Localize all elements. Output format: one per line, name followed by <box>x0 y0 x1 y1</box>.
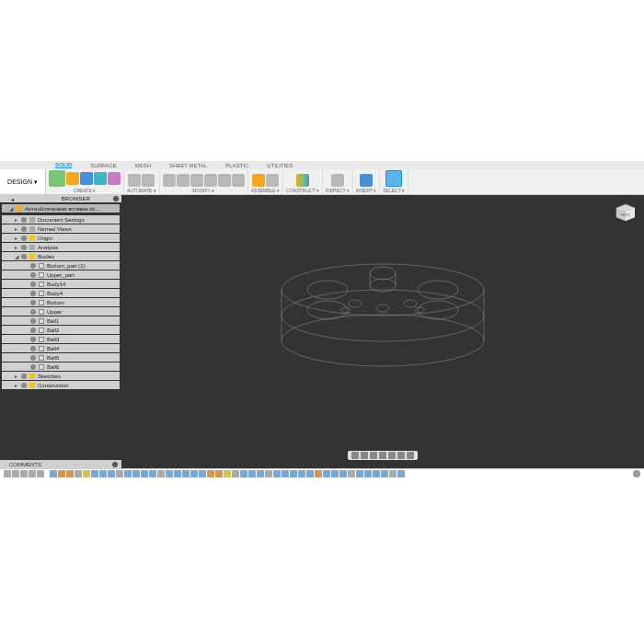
measure-icon[interactable] <box>331 174 344 187</box>
browser-root-node[interactable]: ◢Антиоблачковая вставка ис... <box>2 204 120 213</box>
display-icon[interactable] <box>388 452 396 459</box>
move-icon[interactable] <box>232 174 245 187</box>
browser-item[interactable]: Upper <box>2 307 120 316</box>
tab-utilities[interactable]: UTILITIES <box>267 163 293 168</box>
shell-icon[interactable] <box>190 174 203 187</box>
timeline-feature[interactable] <box>356 470 363 477</box>
timeline-end-icon[interactable] <box>37 470 44 477</box>
tab-surface[interactable]: SURFACE <box>90 163 116 168</box>
automate-icon[interactable] <box>128 174 141 187</box>
insert-icon[interactable] <box>360 174 373 187</box>
timeline-feature[interactable] <box>389 470 397 477</box>
timeline-feature[interactable] <box>364 470 372 477</box>
timeline-feature[interactable] <box>373 470 380 477</box>
timeline-feature[interactable] <box>339 470 347 477</box>
timeline-next-icon[interactable] <box>29 470 36 477</box>
chamfer-icon[interactable] <box>177 174 190 187</box>
browser-item[interactable]: ▸Construction <box>2 381 120 389</box>
timeline-feature[interactable] <box>290 470 297 477</box>
timeline-feature[interactable] <box>323 470 330 477</box>
combine-icon[interactable] <box>218 174 231 187</box>
timeline-feature[interactable] <box>157 470 165 477</box>
joint-icon[interactable] <box>252 174 265 187</box>
as-built-icon[interactable] <box>266 174 279 187</box>
panel-dot-icon[interactable] <box>112 462 118 467</box>
browser-item[interactable]: Upper_part <box>2 270 120 279</box>
timeline-feature[interactable] <box>207 470 214 477</box>
extrude-icon[interactable] <box>66 172 79 185</box>
zoom-icon[interactable] <box>370 452 377 459</box>
loft-icon[interactable] <box>108 172 121 185</box>
timeline-feature[interactable] <box>50 470 57 477</box>
browser-item[interactable]: Bottom_part (1) <box>2 261 120 270</box>
timeline-feature[interactable] <box>199 470 206 477</box>
timeline-feature[interactable] <box>58 470 65 477</box>
tab-plastic[interactable]: PLASTIC <box>225 163 248 168</box>
panel-dot-icon[interactable] <box>113 196 119 201</box>
browser-item[interactable]: Ball4 <box>2 344 120 352</box>
timeline-feature[interactable] <box>381 470 388 477</box>
timeline-feature[interactable] <box>215 470 223 477</box>
revolve-icon[interactable] <box>80 172 93 185</box>
browser-item[interactable]: ▸Named Views <box>2 224 120 233</box>
viewcube[interactable]: FRONT <box>613 201 635 223</box>
browser-item[interactable]: Body14 <box>2 280 120 288</box>
viewport-icon[interactable] <box>407 452 414 459</box>
timeline-feature[interactable] <box>273 470 281 477</box>
browser-item[interactable]: Ball6 <box>2 362 120 371</box>
browser-item[interactable]: Bottom <box>2 298 120 306</box>
timeline-feature[interactable] <box>348 470 355 477</box>
browser-item[interactable]: ▸Sketches <box>2 372 120 380</box>
timeline-feature[interactable] <box>298 470 305 477</box>
timeline-feature[interactable] <box>265 470 272 477</box>
timeline-feature[interactable] <box>108 470 115 477</box>
timeline-feature[interactable] <box>190 470 198 477</box>
timeline-start-icon[interactable] <box>4 470 11 477</box>
timeline-feature[interactable] <box>116 470 123 477</box>
timeline-feature[interactable] <box>132 470 140 477</box>
browser-item[interactable]: Ball1 <box>2 316 120 325</box>
timeline-feature[interactable] <box>66 470 74 477</box>
browser-item[interactable]: Ball5 <box>2 353 120 362</box>
timeline-feature[interactable] <box>240 470 247 477</box>
timeline-feature[interactable] <box>141 470 148 477</box>
browser-item[interactable]: Ball3 <box>2 335 120 343</box>
timeline-feature[interactable] <box>331 470 339 477</box>
pan-icon[interactable] <box>361 452 368 459</box>
comments-bar[interactable]: COMMENTS <box>0 460 121 468</box>
timeline-feature[interactable] <box>83 470 90 477</box>
timeline-feature[interactable] <box>232 470 239 477</box>
timeline-feature[interactable] <box>174 470 181 477</box>
timeline-feature[interactable] <box>257 470 264 477</box>
press-pull-icon[interactable] <box>204 174 217 187</box>
timeline-feature[interactable] <box>75 470 82 477</box>
grid-icon[interactable] <box>397 452 405 459</box>
plane-icon[interactable] <box>296 174 309 187</box>
timeline-feature[interactable] <box>315 470 322 477</box>
automate-icon-2[interactable] <box>142 174 155 187</box>
timeline-feature[interactable] <box>224 470 231 477</box>
timeline-feature[interactable] <box>166 470 173 477</box>
browser-item[interactable]: Ball2 <box>2 326 120 334</box>
3d-model-wireframe[interactable] <box>263 253 502 391</box>
tab-sheet-metal[interactable]: SHEET METAL <box>169 163 207 168</box>
fit-icon[interactable] <box>379 452 386 459</box>
timeline-feature[interactable] <box>306 470 314 477</box>
sweep-icon[interactable] <box>94 172 107 185</box>
browser-item[interactable]: ▸Document Settings <box>2 215 120 224</box>
timeline-feature[interactable] <box>182 470 190 477</box>
select-icon[interactable] <box>385 170 402 187</box>
timeline-feature[interactable] <box>124 470 132 477</box>
tab-mesh[interactable]: MESH <box>135 163 151 168</box>
fillet-icon[interactable] <box>163 174 176 187</box>
browser-item[interactable]: ◢Bodies <box>2 252 120 260</box>
timeline-feature[interactable] <box>149 470 156 477</box>
3d-viewport[interactable]: FRONT <box>121 195 644 460</box>
design-dropdown[interactable]: DESIGN ▾ <box>0 169 46 194</box>
timeline-prev-icon[interactable] <box>12 470 19 477</box>
tab-solid[interactable]: SOLID <box>55 162 72 168</box>
timeline-feature[interactable] <box>248 470 256 477</box>
browser-header[interactable]: ◂ BROWSER <box>0 195 121 202</box>
timeline-feature[interactable] <box>282 470 289 477</box>
browser-item[interactable]: ▸Origin <box>2 234 120 242</box>
